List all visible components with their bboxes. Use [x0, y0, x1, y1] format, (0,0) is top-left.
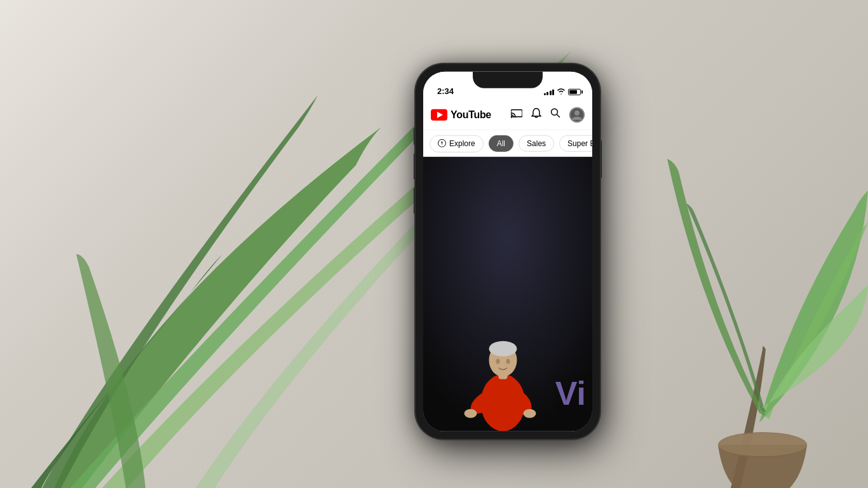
svg-marker-10	[441, 142, 443, 145]
notification-bell-icon[interactable]	[531, 107, 541, 121]
phone-shell: 2:34	[416, 64, 600, 439]
phone-screen: 2:34	[423, 72, 592, 431]
phone-device: 2:34	[416, 64, 600, 439]
cast-icon[interactable]	[511, 108, 522, 121]
phone-notch	[473, 72, 543, 88]
chips-filter-row: Explore All Sales Super Bowl halftim	[423, 130, 592, 157]
youtube-header-icons	[511, 107, 585, 122]
battery-icon	[568, 88, 581, 95]
svg-point-1	[718, 433, 807, 456]
chip-explore[interactable]: Explore	[430, 135, 484, 152]
svg-line-5	[557, 114, 560, 118]
chip-all[interactable]: All	[489, 135, 513, 152]
youtube-play-icon	[431, 109, 447, 120]
status-icons	[544, 88, 581, 96]
svg-point-15	[489, 341, 517, 356]
chip-sales-label: Sales	[527, 139, 546, 148]
video-content-area[interactable]: Vi	[423, 157, 592, 431]
chip-all-label: All	[497, 139, 505, 148]
search-icon[interactable]	[550, 108, 560, 121]
chip-superbowl[interactable]: Super Bowl halftim	[559, 135, 592, 152]
svg-point-4	[552, 109, 558, 115]
signal-icon	[544, 88, 555, 95]
chip-explore-label: Explore	[449, 139, 475, 148]
youtube-header: YouTube	[423, 100, 592, 130]
account-avatar[interactable]	[569, 107, 585, 122]
wifi-icon	[557, 88, 566, 96]
youtube-wordmark: YouTube	[451, 109, 491, 120]
status-time: 2:34	[435, 86, 454, 96]
svg-point-18	[496, 359, 500, 364]
svg-point-17	[524, 409, 536, 418]
video-thumbnail: Vi	[423, 157, 592, 431]
youtube-logo: YouTube	[431, 109, 491, 120]
video-text-overlay: Vi	[555, 374, 586, 412]
chip-superbowl-label: Super Bowl halftim	[567, 139, 592, 148]
svg-point-8	[438, 139, 446, 147]
compass-icon	[438, 139, 446, 148]
svg-point-19	[506, 359, 510, 364]
svg-point-7	[574, 110, 580, 115]
chip-sales[interactable]: Sales	[519, 135, 554, 152]
svg-point-16	[465, 409, 477, 418]
